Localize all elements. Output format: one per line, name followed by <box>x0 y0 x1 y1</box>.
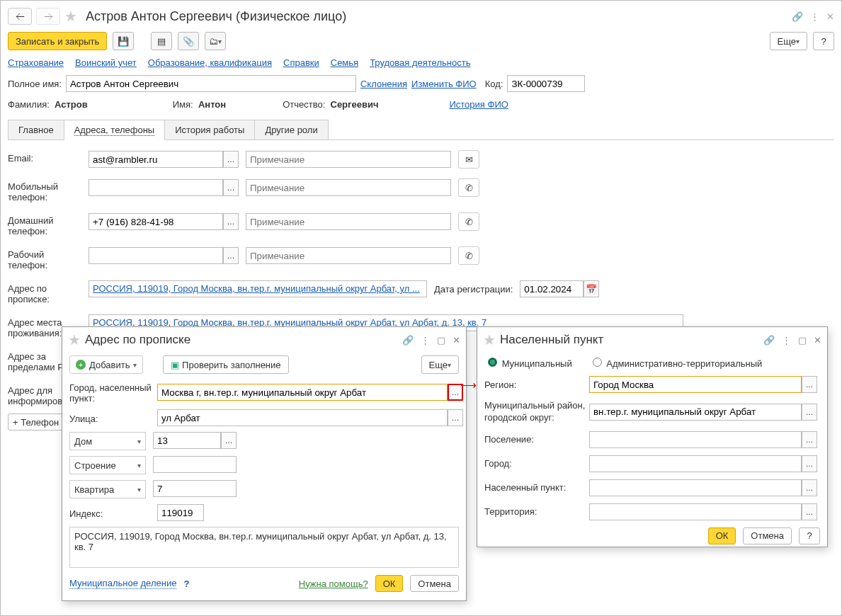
modal-kebab-icon[interactable]: ⋮ <box>421 335 430 346</box>
house-field[interactable] <box>153 432 221 449</box>
kebab-icon[interactable]: ⋮ <box>810 11 819 22</box>
settlement-field[interactable] <box>589 431 802 448</box>
locality-close-icon[interactable]: ✕ <box>814 335 821 346</box>
email-label: Email: <box>8 150 86 164</box>
modal-more-button[interactable]: Еще ▾ <box>421 355 459 374</box>
fio-history-link[interactable]: История ФИО <box>449 99 508 110</box>
attach-button[interactable]: 📎 <box>178 32 199 50</box>
main-toolbar: Записать и закрыть 💾 ▤ 📎 🗂 ▾ Еще ▾ ? <box>8 32 834 50</box>
change-fio-link[interactable]: Изменить ФИО <box>411 79 477 89</box>
mobile-note-field[interactable] <box>246 179 451 196</box>
need-help-link[interactable]: Нужна помощь? <box>299 578 368 589</box>
work-phone-field[interactable] <box>89 247 223 264</box>
locality-maximize-icon[interactable]: ▢ <box>798 335 807 346</box>
locality-label: Населенный пункт: <box>484 482 589 493</box>
tab-main[interactable]: Главное <box>8 120 64 139</box>
work-call-button[interactable]: ✆ <box>458 246 479 265</box>
locality-link-icon[interactable]: 🔗 <box>763 335 775 346</box>
house-select-button[interactable]: … <box>221 432 237 449</box>
locality-select-button[interactable]: … <box>802 479 817 496</box>
save-icon: 💾 <box>118 36 129 47</box>
district-label: Муниципальный район, городской округ: <box>484 400 589 424</box>
registration-address-link[interactable]: РОССИЯ, 119019, Город Москва, вн.тер.г. … <box>93 283 423 294</box>
region-select-button[interactable]: … <box>802 376 817 393</box>
check-fill-button[interactable]: ▣ Проверить заполнение <box>163 355 288 374</box>
favorite-star-icon[interactable]: ★ <box>64 8 77 25</box>
mobile-select-button[interactable]: … <box>223 179 239 196</box>
home-call-button[interactable]: ✆ <box>458 212 479 231</box>
district-select-button[interactable]: … <box>802 404 817 421</box>
reg-date-picker-button[interactable]: 📅 <box>584 280 599 297</box>
link-references[interactable]: Справки <box>283 57 319 68</box>
modal-cancel-button[interactable]: Отмена <box>410 575 459 592</box>
work-phone-select-button[interactable]: … <box>223 247 239 264</box>
check-icon: ▣ <box>171 360 179 370</box>
index-field[interactable] <box>157 504 204 521</box>
link-education[interactable]: Образование, квалификация <box>148 57 272 68</box>
settlement-select-button[interactable]: … <box>802 431 817 448</box>
declensions-link[interactable]: Склонения <box>360 79 407 89</box>
district-field[interactable] <box>589 404 802 421</box>
full-name-field[interactable] <box>66 75 356 92</box>
flat-field[interactable] <box>153 480 237 497</box>
tab-other-roles[interactable]: Другие роли <box>254 120 328 139</box>
close-icon[interactable]: ✕ <box>826 11 834 22</box>
code-field[interactable] <box>507 75 585 92</box>
street-field[interactable] <box>157 409 448 426</box>
home-phone-field[interactable] <box>89 213 223 230</box>
tool-btn-3[interactable]: 🗂 ▾ <box>205 32 226 50</box>
tab-work-history[interactable]: История работы <box>164 120 255 139</box>
nav-forward-button[interactable]: 🡢 <box>36 8 60 25</box>
locality-city-field[interactable] <box>589 455 802 472</box>
home-phone-select-button[interactable]: … <box>223 213 239 230</box>
locality-field[interactable] <box>589 479 802 496</box>
radio-municipal[interactable]: Муниципальный <box>484 355 572 369</box>
mobile-field[interactable] <box>89 179 223 196</box>
email-action-button[interactable]: ✉ <box>458 150 479 169</box>
tool-btn-1[interactable]: ▤ <box>151 32 172 50</box>
help-button[interactable]: ? <box>813 32 834 50</box>
email-select-button[interactable]: … <box>223 151 239 168</box>
email-field[interactable] <box>89 151 223 168</box>
save-and-close-button[interactable]: Записать и закрыть <box>8 32 107 50</box>
tab-addresses[interactable]: Адреса, телефоны <box>64 120 166 139</box>
locality-kebab-icon[interactable]: ⋮ <box>782 335 791 346</box>
mobile-call-button[interactable]: ✆ <box>458 178 479 197</box>
radio-admin[interactable]: Административно-территориальный <box>589 355 763 369</box>
modal-link-icon[interactable]: 🔗 <box>402 335 414 346</box>
modal-maximize-icon[interactable]: ▢ <box>437 335 445 346</box>
municipal-division-link[interactable]: Муниципальное деление <box>69 578 176 589</box>
locality-cancel-button[interactable]: Отмена <box>743 527 792 544</box>
modal-star-icon[interactable]: ★ <box>68 331 81 348</box>
save-button[interactable]: 💾 <box>113 32 134 50</box>
modal-close-icon[interactable]: ✕ <box>453 335 460 346</box>
building-type-select[interactable]: Строение▾ <box>69 456 146 474</box>
link-insurance[interactable]: Страхование <box>8 57 64 68</box>
modal-ok-button[interactable]: ОК <box>375 575 404 592</box>
email-note-field[interactable] <box>246 151 451 168</box>
plus-icon: + <box>76 360 86 370</box>
city-field[interactable] <box>157 384 448 401</box>
more-button[interactable]: Еще ▾ <box>770 32 807 50</box>
link-military[interactable]: Воинский учет <box>75 57 137 68</box>
link-employment[interactable]: Трудовая деятельность <box>370 57 470 68</box>
region-field[interactable] <box>589 376 802 393</box>
street-select-button[interactable]: … <box>448 409 463 426</box>
add-button[interactable]: +Добавить ▾ <box>69 355 143 374</box>
flat-type-select[interactable]: Квартира▾ <box>69 480 146 498</box>
locality-help-button[interactable]: ? <box>799 527 820 544</box>
link-icon[interactable]: 🔗 <box>792 11 803 22</box>
home-phone-note-field[interactable] <box>246 213 451 230</box>
reg-date-field[interactable] <box>520 280 584 297</box>
building-field[interactable] <box>153 456 237 473</box>
link-family[interactable]: Семья <box>331 57 358 68</box>
work-phone-note-field[interactable] <box>246 247 451 264</box>
territory-field[interactable] <box>589 503 802 520</box>
locality-ok-button[interactable]: ОК <box>708 527 736 544</box>
city-select-button[interactable]: … <box>448 384 463 401</box>
house-type-select[interactable]: Дом▾ <box>69 432 146 450</box>
locality-city-select-button[interactable]: … <box>802 455 817 472</box>
nav-back-button[interactable]: 🡠 <box>8 8 32 25</box>
locality-star-icon[interactable]: ★ <box>483 331 496 348</box>
territory-select-button[interactable]: … <box>802 503 817 520</box>
